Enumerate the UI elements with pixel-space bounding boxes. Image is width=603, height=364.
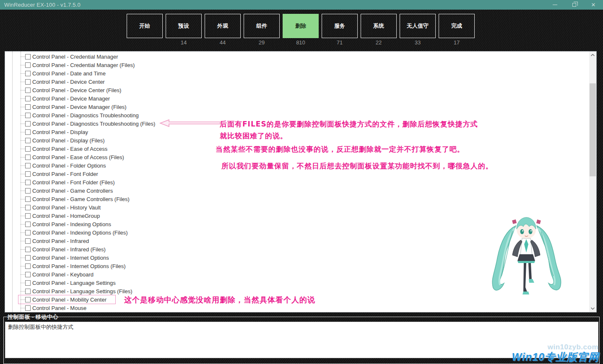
checkbox[interactable] — [25, 129, 31, 135]
checkbox[interactable] — [25, 213, 31, 219]
list-item-label[interactable]: Control Panel - Ease of Access — [32, 146, 107, 152]
nav-button[interactable]: 开始 — [127, 14, 163, 38]
list-item-label[interactable]: Control Panel - Date and Time — [32, 70, 106, 77]
list-item-label[interactable]: Control Panel - Font Folder — [32, 171, 98, 177]
checkbox[interactable] — [25, 289, 31, 294]
list-item-label[interactable]: Control Panel - Device Manager (Files) — [32, 104, 127, 110]
nav-button[interactable]: 预设 — [166, 14, 202, 38]
checkbox[interactable] — [25, 104, 31, 110]
list-item[interactable]: Control Panel - Font Folder — [5, 170, 588, 178]
list-item-label[interactable]: Control Panel - Diagnostics Troubleshoot… — [32, 112, 139, 119]
list-item-label[interactable]: Control Panel - History Vault — [32, 204, 101, 211]
scroll-up-icon[interactable] — [589, 52, 596, 59]
list-item-label[interactable]: Control Panel - Mouse — [32, 305, 86, 311]
checkbox[interactable] — [25, 180, 31, 185]
list-item-label[interactable]: Control Panel - Display (Files) — [32, 137, 105, 144]
nav-button[interactable]: 完成 — [439, 14, 475, 38]
checkbox[interactable] — [25, 138, 31, 143]
nav-button[interactable]: 外观 — [205, 14, 241, 38]
list-item-label[interactable]: Control Panel - Infrared (Files) — [32, 246, 106, 253]
list-item-label[interactable]: Control Panel - Language Settings — [32, 280, 116, 286]
list-item[interactable]: Control Panel - Diagnostics Troubleshoot… — [5, 111, 588, 119]
tree-connector — [21, 232, 25, 233]
list-item[interactable]: Control Panel - Ease of Access (Files) — [5, 153, 588, 161]
list-item-label[interactable]: Control Panel - Device Manager — [32, 96, 110, 102]
minimize-button[interactable] — [545, 0, 564, 10]
list-item-label[interactable]: Control Panel - Credential Manager (File… — [32, 62, 135, 68]
list-item-label[interactable]: Control Panel - Indexing Options (Files) — [32, 230, 128, 236]
checkbox[interactable] — [25, 272, 31, 277]
nav-button[interactable]: 服务 — [322, 14, 358, 38]
list-item-label[interactable]: Control Panel - Mobility Center — [32, 297, 107, 303]
list-item[interactable]: Control Panel - Device Manager — [5, 94, 588, 103]
checkbox[interactable] — [25, 222, 31, 227]
list-scrollbar[interactable] — [589, 52, 596, 312]
checkbox[interactable] — [25, 238, 31, 244]
list-item[interactable]: Control Panel - Device Manager (Files) — [5, 103, 588, 111]
scrollbar-thumb[interactable] — [590, 83, 596, 176]
nav-button[interactable]: 系统 — [361, 14, 397, 38]
list-item[interactable]: Control Panel - Display — [5, 128, 588, 136]
checkbox[interactable] — [25, 305, 31, 311]
checkbox[interactable] — [25, 188, 31, 194]
annotation-text: 所以我们要劲量保留，不然日后想去控制面板设置某功能时找不到，哪很急人的。 — [221, 161, 493, 171]
list-item-label[interactable]: Control Panel - Infrared — [32, 238, 89, 244]
list-item-label[interactable]: Control Panel - Game Controllers (Files) — [32, 196, 130, 202]
list-item-label[interactable]: Control Panel - Folder Options — [32, 163, 106, 169]
checkbox[interactable] — [25, 96, 31, 101]
list-item-label[interactable]: Control Panel - Font Folder (Files) — [32, 179, 115, 186]
tree-connector — [21, 73, 25, 74]
nav-button[interactable]: 组件 — [244, 14, 280, 38]
list-item[interactable]: Control Panel - Date and Time — [5, 69, 588, 77]
list-item[interactable]: Control Panel - Device Center (Files) — [5, 86, 588, 94]
list-item[interactable]: Control Panel - Device Center — [5, 77, 588, 86]
checkbox[interactable] — [25, 62, 31, 68]
list-item-label[interactable]: Control Panel - Game Controllers — [32, 188, 113, 194]
nav-button[interactable]: 无人值守 — [400, 14, 436, 38]
list-item-label[interactable]: Control Panel - Device Center (Files) — [32, 87, 121, 93]
restore-button[interactable] — [564, 0, 584, 10]
checkbox[interactable] — [25, 146, 31, 152]
checkbox[interactable] — [25, 155, 31, 160]
list-item-label[interactable]: Control Panel - Credential Manager — [32, 54, 118, 60]
checkbox[interactable] — [25, 255, 31, 261]
checkbox[interactable] — [25, 54, 31, 59]
list-item-label[interactable]: Control Panel - Indexing Options — [32, 221, 111, 227]
nav-count: 810 — [283, 39, 319, 48]
list-item-label[interactable]: Control Panel - Keyboard — [32, 271, 94, 278]
list-item-label[interactable]: Control Panel - Language Settings (Files… — [32, 288, 132, 294]
list-item[interactable]: Control Panel - Display (Files) — [5, 136, 588, 145]
checkbox[interactable] — [25, 171, 31, 177]
close-button[interactable]: ✕ — [584, 0, 603, 10]
list-item[interactable]: Control Panel - Game Controllers — [5, 186, 588, 195]
details-description-box[interactable]: 删除控制面板中的快捷方式 — [5, 322, 598, 358]
checkbox[interactable] — [25, 247, 31, 252]
checkbox[interactable] — [25, 113, 31, 118]
checkbox[interactable] — [25, 230, 31, 235]
checkbox[interactable] — [25, 71, 31, 76]
list-item-label[interactable]: Control Panel - Display — [32, 129, 88, 135]
list-item[interactable]: Control Panel - Mouse — [5, 304, 588, 312]
list-item-label[interactable]: Control Panel - Internet Options (Files) — [32, 263, 126, 269]
list-item-label[interactable]: Control Panel - Internet Options — [32, 255, 109, 261]
list-item[interactable]: Control Panel - Game Controllers (Files) — [5, 195, 588, 203]
checkbox[interactable] — [25, 163, 31, 168]
checkbox[interactable] — [25, 88, 31, 93]
list-item-label[interactable]: Control Panel - HomeGroup — [32, 213, 100, 219]
list-item-label[interactable]: Control Panel - Device Center — [32, 79, 105, 85]
list-item[interactable]: Control Panel - Credential Manager — [5, 52, 588, 61]
list-item-label[interactable]: Control Panel - Ease of Access (Files) — [32, 154, 124, 160]
checkbox[interactable] — [25, 205, 31, 210]
nav-button[interactable]: 删除 — [283, 14, 319, 38]
checkbox[interactable] — [25, 79, 31, 85]
checkbox[interactable] — [25, 196, 31, 202]
list-item[interactable]: Control Panel - Credential Manager (File… — [5, 61, 588, 69]
checkbox[interactable] — [25, 263, 31, 269]
checkbox[interactable] — [25, 297, 31, 302]
scroll-down-icon[interactable] — [589, 305, 596, 312]
checkbox[interactable] — [25, 280, 31, 286]
nav-item: 系统22 — [361, 14, 397, 48]
list-item-label[interactable]: Control Panel - Diagnostics Troubleshoot… — [32, 121, 155, 127]
checkbox[interactable] — [25, 121, 31, 126]
list-item[interactable]: Control Panel - Font Folder (Files) — [5, 178, 588, 186]
